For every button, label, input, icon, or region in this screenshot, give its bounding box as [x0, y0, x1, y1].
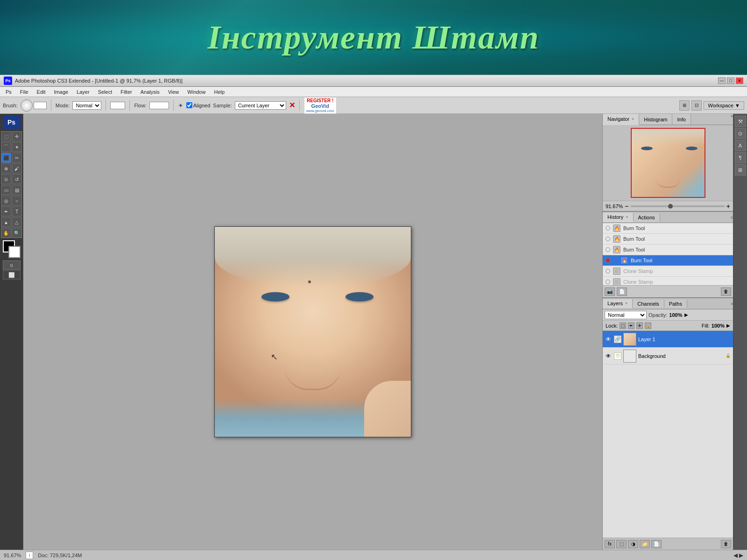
- layers-tab-close[interactable]: ×: [625, 301, 627, 306]
- airbrush-icon[interactable]: ✦: [178, 102, 183, 109]
- zoom-tool[interactable]: 🔍: [12, 228, 22, 238]
- marquee-tool[interactable]: ⬚: [1, 131, 11, 141]
- menu-file[interactable]: File: [16, 88, 32, 96]
- layer-item-background[interactable]: 👁 ♡ Background 🔒: [603, 348, 733, 364]
- opacity-arrow[interactable]: ▶: [684, 312, 688, 317]
- sidebar-clone-source-icon[interactable]: ⊙: [735, 128, 746, 139]
- new-doc-from-state-button[interactable]: 📄: [617, 287, 627, 296]
- new-snapshot-button[interactable]: 📷: [605, 287, 615, 296]
- aligned-checkbox[interactable]: [186, 102, 192, 108]
- blend-mode-select[interactable]: Normal: [605, 311, 647, 319]
- quick-mask-button[interactable]: Q: [3, 260, 21, 270]
- tab-navigator[interactable]: Navigator ×: [603, 114, 639, 125]
- background-color[interactable]: [8, 246, 21, 258]
- tab-layers[interactable]: Layers ×: [603, 299, 633, 308]
- lock-pixels-button[interactable]: ⬚: [620, 322, 626, 329]
- delete-state-button[interactable]: 🗑: [721, 287, 731, 296]
- tab-history[interactable]: History ×: [603, 213, 634, 222]
- sidebar-para-icon[interactable]: ¶: [735, 152, 746, 163]
- history-item-1[interactable]: 🔥 Burn Tool: [603, 223, 733, 234]
- history-brush-tool[interactable]: ↺: [12, 174, 22, 184]
- history-item-3[interactable]: 🔥 Burn Tool: [603, 245, 733, 255]
- slice-tool[interactable]: ✂: [12, 153, 22, 163]
- menu-filter[interactable]: Filter: [117, 88, 135, 96]
- blur-tool[interactable]: ◎: [1, 196, 11, 206]
- zoom-out-button[interactable]: −: [625, 203, 628, 210]
- sidebar-toolbox-icon[interactable]: ⚒: [735, 116, 746, 127]
- move-tool[interactable]: ✛: [12, 131, 22, 141]
- screen-mode-button[interactable]: ⬜: [3, 270, 21, 280]
- navigator-tab-close[interactable]: ×: [632, 117, 634, 121]
- history-item-4[interactable]: 🔥 Burn Tool: [603, 255, 733, 266]
- text-tool[interactable]: T: [12, 206, 22, 217]
- brush-size-input[interactable]: 25: [34, 102, 47, 109]
- pen-tool[interactable]: ✒: [1, 206, 11, 217]
- layer-1-link[interactable]: 🔗: [614, 336, 621, 343]
- tab-paths[interactable]: Paths: [664, 300, 687, 308]
- zoom-slider[interactable]: [631, 205, 725, 207]
- sample-all-icon[interactable]: ✕: [289, 101, 295, 110]
- hand-tool[interactable]: ✋: [1, 228, 11, 238]
- brush-tool[interactable]: 🖌: [12, 163, 22, 174]
- fill-arrow[interactable]: ▶: [726, 323, 730, 328]
- new-adjustment-button[interactable]: ◑: [628, 540, 638, 548]
- right-sidebar: ⚒ ⊙ A ¶ ⊞: [733, 114, 747, 550]
- workspace-button[interactable]: Workspace ▼: [704, 101, 744, 110]
- history-item-6[interactable]: ⊙ Clone Stamp: [603, 277, 733, 285]
- tab-channels[interactable]: Channels: [633, 300, 664, 308]
- sidebar-grid-icon[interactable]: ⊞: [735, 164, 746, 175]
- menu-ps[interactable]: Ps: [2, 88, 15, 96]
- layer-fx-button[interactable]: fx: [605, 540, 615, 548]
- history-item-5[interactable]: ⊙ Clone Stamp: [603, 266, 733, 277]
- menu-window[interactable]: Window: [183, 88, 209, 96]
- layer-item-1[interactable]: 👁 🔗 Layer 1: [603, 331, 733, 348]
- status-info-button[interactable]: i: [26, 552, 33, 559]
- tab-actions[interactable]: Actions: [634, 213, 660, 222]
- close-button[interactable]: ✕: [736, 77, 743, 84]
- lock-position-button[interactable]: ✛: [636, 322, 643, 329]
- brush-preset-icon[interactable]: ⊡: [691, 100, 702, 111]
- add-mask-button[interactable]: ⬚: [616, 540, 627, 548]
- flow-input[interactable]: 100%: [149, 102, 169, 109]
- new-layer-button[interactable]: 📄: [651, 540, 662, 548]
- menu-help[interactable]: Help: [210, 88, 228, 96]
- lock-move-button[interactable]: ✒: [628, 322, 634, 329]
- eraser-tool[interactable]: ▭: [1, 185, 11, 195]
- lasso-tool[interactable]: ⌒: [1, 142, 11, 152]
- color-swatches[interactable]: [3, 240, 21, 258]
- menu-image[interactable]: Image: [50, 88, 72, 96]
- clone-stamp-tool[interactable]: ⊙: [1, 174, 11, 184]
- menu-layer[interactable]: Layer: [73, 88, 93, 96]
- gradient-tool[interactable]: ▤: [12, 185, 22, 195]
- menu-view[interactable]: View: [164, 88, 183, 96]
- clone-source-icon[interactable]: ⊞: [679, 100, 690, 111]
- mode-select[interactable]: Normal: [72, 101, 101, 110]
- healing-brush-tool[interactable]: ⊕: [1, 163, 11, 174]
- history-item-2[interactable]: 🔥 Burn Tool: [603, 234, 733, 245]
- direct-select-tool[interactable]: △: [12, 217, 22, 227]
- nav-right-arrow[interactable]: ▶: [739, 552, 743, 559]
- tab-info[interactable]: Info: [672, 114, 691, 125]
- menu-analysis[interactable]: Analysis: [137, 88, 163, 96]
- nav-left-arrow[interactable]: ◀: [733, 552, 738, 559]
- menu-edit[interactable]: Edit: [33, 88, 49, 96]
- history-tab-close[interactable]: ×: [626, 215, 628, 219]
- minimize-button[interactable]: —: [718, 77, 726, 84]
- layer-1-visibility[interactable]: 👁: [605, 336, 612, 343]
- dodge-tool[interactable]: ○: [12, 196, 22, 206]
- background-layer-visibility[interactable]: 👁: [605, 352, 612, 360]
- crop-tool[interactable]: ⬛: [1, 153, 11, 163]
- lock-all-button[interactable]: 🔒: [645, 322, 651, 329]
- menu-select[interactable]: Select: [94, 88, 116, 96]
- maximize-button[interactable]: □: [727, 77, 734, 84]
- sidebar-char-icon[interactable]: A: [735, 140, 746, 151]
- background-layer-link[interactable]: ♡: [614, 352, 621, 360]
- opacity-input[interactable]: 9%: [110, 102, 125, 109]
- path-select-tool[interactable]: ▲: [1, 217, 11, 227]
- wand-tool[interactable]: ✦: [12, 142, 22, 152]
- new-group-button[interactable]: 📁: [640, 540, 650, 548]
- tab-histogram[interactable]: Histogram: [639, 114, 672, 125]
- delete-layer-button[interactable]: 🗑: [721, 540, 731, 548]
- zoom-in-button[interactable]: +: [726, 203, 730, 210]
- sample-select[interactable]: Current Layer: [235, 101, 286, 110]
